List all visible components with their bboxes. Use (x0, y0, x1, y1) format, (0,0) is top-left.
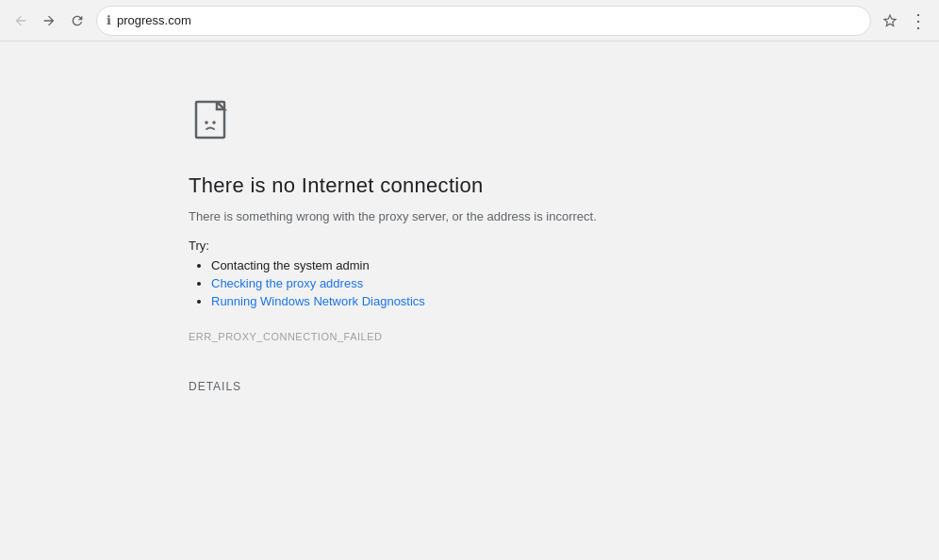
svg-point-1 (205, 121, 208, 124)
error-description: There is something wrong with the proxy … (189, 209, 597, 223)
toolbar-right: ⋮ (877, 8, 931, 34)
toolbar: ℹ ⋮ (0, 0, 939, 41)
suggestion-item-3[interactable]: Running Windows Network Diagnostics (211, 294, 425, 308)
browser-chrome: ℹ ⋮ (0, 0, 939, 41)
check-proxy-link[interactable]: Checking the proxy address (211, 276, 363, 290)
address-bar[interactable]: ℹ (96, 6, 871, 36)
sad-document-icon (189, 98, 238, 151)
nav-buttons (8, 8, 91, 34)
back-button[interactable] (8, 8, 34, 34)
error-code: ERR_PROXY_CONNECTION_FAILED (189, 331, 382, 342)
try-label: Try: (189, 239, 209, 253)
run-diagnostics-link[interactable]: Running Windows Network Diagnostics (211, 294, 425, 308)
forward-button[interactable] (36, 8, 62, 34)
info-icon: ℹ (107, 13, 111, 27)
reload-button[interactable] (64, 8, 91, 34)
suggestion-item-1: Contacting the system admin (211, 258, 425, 272)
details-link[interactable]: DETAILS (189, 380, 241, 393)
error-title: There is no Internet connection (189, 173, 484, 198)
suggestion-list: Contacting the system admin Checking the… (189, 258, 425, 312)
svg-rect-0 (196, 102, 224, 138)
suggestion-item-2[interactable]: Checking the proxy address (211, 276, 425, 290)
bookmark-button[interactable] (877, 8, 903, 34)
svg-point-2 (212, 121, 216, 124)
url-input[interactable] (117, 13, 861, 27)
error-page: There is no Internet connection There is… (0, 41, 939, 560)
menu-button[interactable]: ⋮ (905, 8, 931, 34)
